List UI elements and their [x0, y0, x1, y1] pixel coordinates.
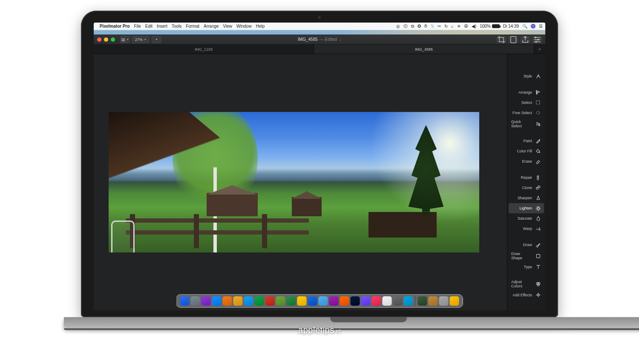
dock-app-icon[interactable] — [319, 296, 328, 306]
dock-app-icon[interactable] — [340, 296, 349, 306]
wifi-icon[interactable]: ⦿ — [464, 24, 468, 29]
battery-indicator[interactable]: 100% — [480, 24, 500, 29]
document-name: IMG_4585 — [298, 37, 318, 42]
tool-add-effects[interactable]: Add Effects — [509, 290, 544, 300]
cloud-icon[interactable]: Ⓒ — [403, 23, 408, 29]
laptop-hinge — [64, 317, 639, 328]
dock-app-icon[interactable] — [308, 296, 317, 306]
dock-app-icon[interactable] — [372, 296, 381, 306]
tool-lighten[interactable]: Lighten — [509, 203, 544, 213]
cc-icon[interactable]: ◎ — [396, 24, 400, 29]
canvas-area[interactable] — [94, 54, 507, 310]
menu-edit[interactable]: Edit — [145, 24, 153, 29]
menu-format[interactable]: Format — [186, 24, 199, 29]
menu-window[interactable]: Window — [236, 24, 252, 29]
tool-arrange[interactable]: Arrange — [509, 87, 544, 97]
menu-file[interactable]: File — [134, 24, 141, 29]
tab-img-4585[interactable]: IMG_4585 — [314, 45, 534, 54]
dock-app-icon[interactable] — [244, 296, 253, 306]
dock-app-icon[interactable] — [191, 296, 200, 306]
dock-app-icon[interactable] — [276, 296, 285, 306]
close-button[interactable] — [97, 37, 101, 42]
tool-quick-select[interactable]: Quick Select — [509, 118, 544, 130]
dock-app-icon[interactable] — [429, 296, 438, 306]
minimize-button[interactable] — [104, 37, 108, 42]
new-tab-button[interactable]: ＋ — [534, 45, 545, 54]
share-button[interactable] — [521, 36, 530, 43]
scissors-icon[interactable]: ✂ — [438, 24, 441, 29]
tool-free-select[interactable]: Free Select — [509, 108, 544, 118]
tool-clone[interactable]: Clone — [509, 183, 544, 193]
sidebar-toggle-button[interactable]: ▤▾ — [120, 36, 130, 43]
tool-options-button[interactable] — [532, 36, 542, 43]
add-effects-icon — [535, 292, 541, 298]
twitter-icon[interactable]: 𝕏 — [431, 24, 434, 29]
tool-warp[interactable]: Warp — [509, 224, 544, 234]
dock-app-icon[interactable] — [393, 296, 403, 306]
traffic-lights — [97, 37, 115, 42]
menu-arrange[interactable]: Arrange — [204, 24, 219, 29]
airplay-icon[interactable]: ⌂ — [451, 24, 454, 29]
menu-insert[interactable]: Insert — [157, 24, 167, 29]
svg-point-3 — [535, 41, 537, 43]
spotlight-icon[interactable]: 🔍 — [522, 24, 527, 29]
dock-app-icon[interactable] — [287, 296, 296, 306]
tool-sharpen[interactable]: Sharpen — [509, 193, 544, 203]
dock-app-icon[interactable] — [201, 296, 211, 306]
tool-label: Repair — [521, 175, 532, 180]
notification-center-icon[interactable]: ☰ — [539, 24, 543, 29]
dock-app-icon[interactable] — [439, 296, 449, 306]
dock-app-icon[interactable] — [361, 296, 371, 306]
volume-icon[interactable]: ◀) — [472, 24, 476, 29]
dock-app-icon[interactable] — [255, 296, 264, 306]
tool-erase[interactable]: Erase — [509, 156, 544, 166]
siri-icon[interactable] — [531, 24, 535, 29]
backup-icon[interactable]: ⥁ — [424, 24, 427, 29]
dock-app-icon[interactable] — [297, 296, 307, 306]
tool-color-fill[interactable]: Color Fill — [509, 146, 544, 156]
bluetooth-icon[interactable]: ✳ — [457, 24, 461, 29]
tool-select[interactable]: Select — [509, 97, 544, 108]
svg-point-10 — [537, 207, 539, 209]
dock-app-icon[interactable] — [404, 296, 413, 306]
menu-help[interactable]: Help — [256, 24, 265, 29]
dock-app-icon[interactable] — [383, 296, 392, 306]
tool-label: Saturate — [518, 216, 532, 221]
tool-style[interactable]: Style — [509, 71, 544, 81]
dock-app-icon[interactable] — [233, 296, 243, 306]
crop-tool-button[interactable] — [497, 36, 506, 43]
evernote-icon[interactable]: ✪ — [417, 24, 421, 29]
tool-draw[interactable]: Draw — [509, 240, 544, 250]
chevron-down-icon[interactable]: ⌄ — [339, 38, 341, 41]
app-name[interactable]: Pixelmator Pro — [100, 24, 130, 29]
zoom-select[interactable]: 27% ▾ — [132, 36, 149, 43]
brand-name: appletips — [298, 325, 334, 335]
document-image[interactable] — [109, 112, 479, 252]
menu-view[interactable]: View — [223, 24, 233, 29]
tool-draw-shape[interactable]: Draw Shape — [509, 250, 544, 262]
tab-img-1193[interactable]: IMG_1193 — [94, 45, 314, 54]
dock-app-icon[interactable] — [418, 296, 427, 306]
dock-app-icon[interactable] — [180, 296, 190, 306]
dock-app-icon[interactable] — [351, 296, 360, 306]
tool-label: Type — [524, 265, 532, 269]
dock-app-icon[interactable] — [450, 296, 459, 306]
tool-paint[interactable]: Paint — [509, 136, 544, 146]
tool-type[interactable]: Type — [509, 262, 544, 272]
maximize-button[interactable] — [111, 37, 115, 42]
dock-app-icon[interactable] — [223, 296, 232, 306]
dock-app-icon[interactable] — [265, 296, 275, 306]
draw-icon — [535, 241, 541, 248]
tool-saturate[interactable]: Saturate — [509, 213, 544, 224]
dropbox-icon[interactable]: ⧉ — [411, 24, 414, 29]
tool-repair[interactable]: Repair — [509, 172, 544, 183]
clock[interactable]: Di 14:39 — [503, 24, 519, 29]
add-button[interactable]: ＋ — [152, 36, 161, 43]
sync-icon[interactable]: ↻ — [444, 24, 448, 29]
dock-app-icon[interactable] — [329, 296, 339, 306]
menu-tools[interactable]: Tools — [172, 24, 181, 29]
export-button[interactable] — [509, 36, 518, 43]
tool-adjust-colors[interactable]: Adjust Colors — [509, 278, 544, 290]
dock-app-icon[interactable] — [212, 296, 222, 306]
tool-label: Sharpen — [518, 196, 532, 200]
